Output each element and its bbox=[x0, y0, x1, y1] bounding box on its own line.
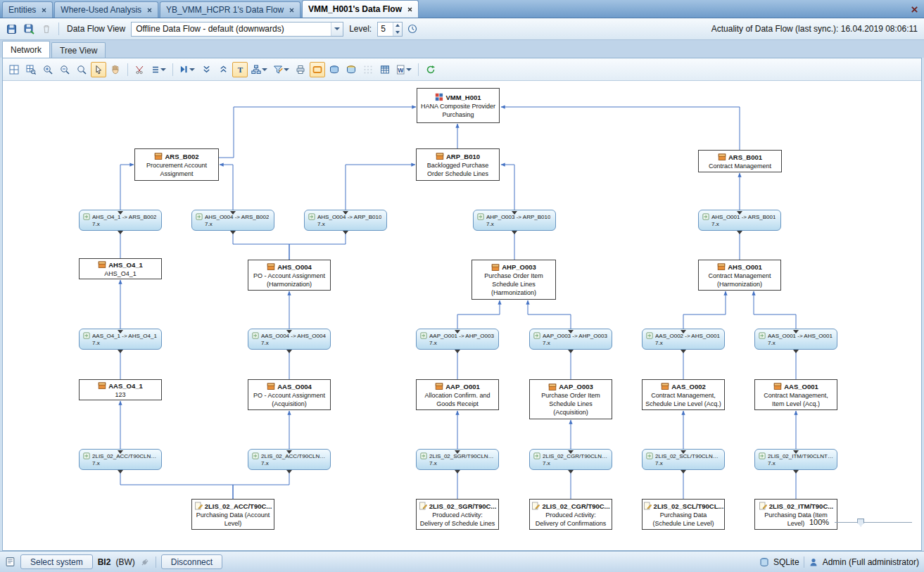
disconnect-button[interactable]: Disconnect bbox=[161, 554, 222, 569]
node-aas-o004[interactable]: AAS_O004 PO - Account Assignment (Acquis… bbox=[248, 379, 331, 410]
collapse-arrow-icon[interactable] bbox=[118, 470, 123, 474]
node-ahs-o004[interactable]: AHS_O004 PO - Account Assignment (Harmon… bbox=[248, 260, 331, 291]
tab-tree-view[interactable]: Tree View bbox=[51, 42, 106, 58]
transformation-node[interactable]: 2LIS_02_ACC/T90CLNT090 -> ...7.x bbox=[248, 449, 331, 470]
collapse-arrow-icon[interactable] bbox=[118, 450, 123, 454]
collapse-arrow-icon[interactable] bbox=[455, 470, 460, 474]
collapse-arrow-icon[interactable] bbox=[568, 450, 574, 454]
layout-list-button[interactable] bbox=[149, 62, 168, 77]
node-aas-o002[interactable]: AAS_O002 Contract Management, Schedule L… bbox=[642, 379, 725, 410]
node-aas-o4-1[interactable]: AAS_O4_1 123 bbox=[79, 379, 162, 400]
transformation-node[interactable]: AAS_O4_1 -> AHS_O4_17.x bbox=[79, 329, 162, 350]
close-document-icon[interactable] bbox=[909, 4, 920, 15]
collapse-arrow-icon[interactable] bbox=[286, 350, 292, 353]
collapse-arrow-icon[interactable] bbox=[737, 231, 742, 234]
collapse-arrow-icon[interactable] bbox=[793, 330, 799, 333]
collapse-arrow-icon[interactable] bbox=[568, 330, 574, 333]
node-vmm-h001[interactable]: VMM_H001 HANA Composite Provider Purchas… bbox=[417, 88, 500, 123]
node-ahs-o001[interactable]: AHS_O001 Contract Management (Harmonizat… bbox=[698, 260, 781, 291]
collapse-arrow-icon[interactable] bbox=[737, 211, 742, 215]
tab-where-used-analysis[interactable]: Where-Used Analysis bbox=[54, 1, 158, 18]
collapse-arrow-icon[interactable] bbox=[286, 470, 292, 474]
tab-vmm-h001-data-flow[interactable]: VMM_H001's Data Flow bbox=[302, 0, 419, 18]
delete-button[interactable] bbox=[39, 21, 54, 37]
collapse-arrow-icon[interactable] bbox=[793, 350, 799, 353]
diagram-canvas[interactable]: VMM_H001 HANA Composite Provider Purchas… bbox=[3, 81, 921, 550]
collapse-arrow-icon[interactable] bbox=[343, 231, 348, 234]
collapse-arrow-icon[interactable] bbox=[118, 231, 123, 234]
collapse-arrow-icon[interactable] bbox=[118, 350, 123, 353]
filter-button[interactable] bbox=[271, 62, 291, 77]
user-name[interactable]: Admin (Full administrator) bbox=[823, 557, 919, 567]
spin-down-icon[interactable] bbox=[393, 29, 402, 36]
node-ars-b002[interactable]: ARS_B002 Procurement Account Assignment bbox=[134, 148, 219, 181]
zoom-100-button[interactable] bbox=[74, 62, 89, 77]
overview-window-button[interactable] bbox=[6, 62, 22, 77]
refresh-button[interactable] bbox=[423, 62, 438, 77]
collapse-arrow-icon[interactable] bbox=[793, 470, 799, 474]
collapse-arrow-icon[interactable] bbox=[230, 211, 236, 215]
chevron-down-icon[interactable] bbox=[331, 23, 343, 36]
tab-yb-vmm-hcpr-data-flow[interactable]: YB_VMM_HCPR 1's Data Flow bbox=[160, 1, 300, 18]
node-2lis-02-sgr[interactable]: 2LIS_02_SGR/T90C... Produced Activity: D… bbox=[416, 499, 499, 530]
collapse-arrow-icon[interactable] bbox=[455, 350, 460, 353]
collapse-arrow-icon[interactable] bbox=[286, 330, 292, 333]
frame-highlight-button[interactable] bbox=[310, 62, 325, 77]
collapse-arrow-icon[interactable] bbox=[286, 450, 292, 454]
node-2lis-02-cgr[interactable]: 2LIS_02_CGR/T90C... Produced Activity: D… bbox=[529, 499, 612, 530]
log-icon[interactable] bbox=[5, 557, 15, 567]
zoom-slider[interactable] bbox=[835, 522, 912, 523]
transformation-node[interactable]: 2LIS_02_ITM/T90CLNT090 -> ...7.x bbox=[754, 449, 837, 470]
transformation-node[interactable]: AAS_O002 -> AHS_O0017.x bbox=[642, 329, 725, 350]
collapse-arrow-icon[interactable] bbox=[118, 330, 123, 333]
tab-close-icon[interactable] bbox=[289, 8, 294, 13]
collapse-all-button[interactable] bbox=[215, 62, 231, 77]
transformation-node[interactable]: AHS_O004 -> ARS_B0027.x bbox=[191, 210, 274, 231]
transformation-node[interactable]: 2LIS_02_ACC/T90CLNT090 -> ...7.x bbox=[79, 449, 162, 470]
node-aap-o003[interactable]: AAP_O003 Purchase Order Item Schedule Li… bbox=[529, 379, 612, 419]
transformation-node[interactable]: AHP_O003 -> ARP_B0107.x bbox=[473, 210, 556, 231]
data-flow-select[interactable]: Offline Data Flow - default (downwards) bbox=[131, 22, 343, 37]
zoom-window-button[interactable] bbox=[23, 62, 39, 77]
snap-grid-button[interactable] bbox=[360, 62, 376, 77]
collapse-arrow-icon[interactable] bbox=[681, 450, 686, 454]
node-ahs-o4-1[interactable]: AHS_O4_1 AHS_O4_1 bbox=[79, 258, 162, 279]
collapse-arrow-icon[interactable] bbox=[681, 350, 686, 353]
node-aas-o001[interactable]: AAS_O001 Contract Management, Item Level… bbox=[754, 379, 837, 410]
print-button[interactable] bbox=[293, 62, 308, 77]
hierarchy-button[interactable] bbox=[249, 62, 270, 77]
pan-tool-button[interactable] bbox=[108, 62, 123, 77]
collapse-arrow-icon[interactable] bbox=[681, 330, 686, 333]
expand-all-button[interactable] bbox=[198, 62, 214, 77]
tab-entities[interactable]: Entities bbox=[2, 1, 53, 18]
node-ars-b001[interactable]: ARS_B001 Contract Management bbox=[698, 150, 782, 172]
collapse-arrow-icon[interactable] bbox=[230, 231, 236, 234]
transformation-node[interactable]: 2LIS_02_SCL/T90CLNT090 -> ...7.x bbox=[642, 449, 725, 470]
table-view-button[interactable] bbox=[377, 62, 393, 77]
text-tool-button[interactable]: T bbox=[232, 62, 248, 77]
transformation-node[interactable]: AAS_O001 -> AHS_O0017.x bbox=[754, 329, 837, 350]
history-clock-button[interactable] bbox=[405, 21, 420, 37]
level-spinner[interactable]: 5 bbox=[377, 22, 403, 37]
transformation-node[interactable]: AHS_O001 -> ARS_B0017.x bbox=[698, 210, 781, 231]
collapse-arrow-icon[interactable] bbox=[681, 470, 686, 474]
collapse-arrow-icon[interactable] bbox=[793, 450, 799, 454]
zoom-slider-thumb[interactable] bbox=[857, 519, 864, 527]
node-arp-b010[interactable]: ARP_B010 Backlogged Purchase Order Sched… bbox=[416, 148, 500, 181]
transformation-node[interactable]: 2LIS_02_CGR/T90CLNT090 -> ...7.x bbox=[529, 449, 612, 470]
pointer-tool-button[interactable] bbox=[91, 62, 106, 77]
zoom-in-button[interactable] bbox=[40, 62, 56, 77]
word-export-button[interactable]: W bbox=[394, 62, 414, 77]
tab-close-icon[interactable] bbox=[407, 7, 412, 12]
collapse-arrow-icon[interactable] bbox=[118, 211, 123, 215]
transformation-node[interactable]: AAS_O004 -> AHS_O0047.x bbox=[248, 329, 331, 350]
select-system-button[interactable]: Select system bbox=[20, 554, 93, 569]
collapse-arrow-icon[interactable] bbox=[455, 450, 460, 454]
zoom-out-button[interactable] bbox=[57, 62, 72, 77]
node-2lis-02-acc[interactable]: 2LIS_02_ACC/T90C... Purchasing Data (Acc… bbox=[191, 499, 274, 530]
save-as-button[interactable] bbox=[21, 21, 37, 37]
node-aap-o001[interactable]: AAP_O001 Allocation Confirm. and Goods R… bbox=[416, 379, 499, 410]
transformation-node[interactable]: AAP_O003 -> AHP_O0037.x bbox=[529, 329, 612, 350]
save-button[interactable] bbox=[4, 21, 19, 37]
collapse-arrow-icon[interactable] bbox=[568, 350, 574, 353]
